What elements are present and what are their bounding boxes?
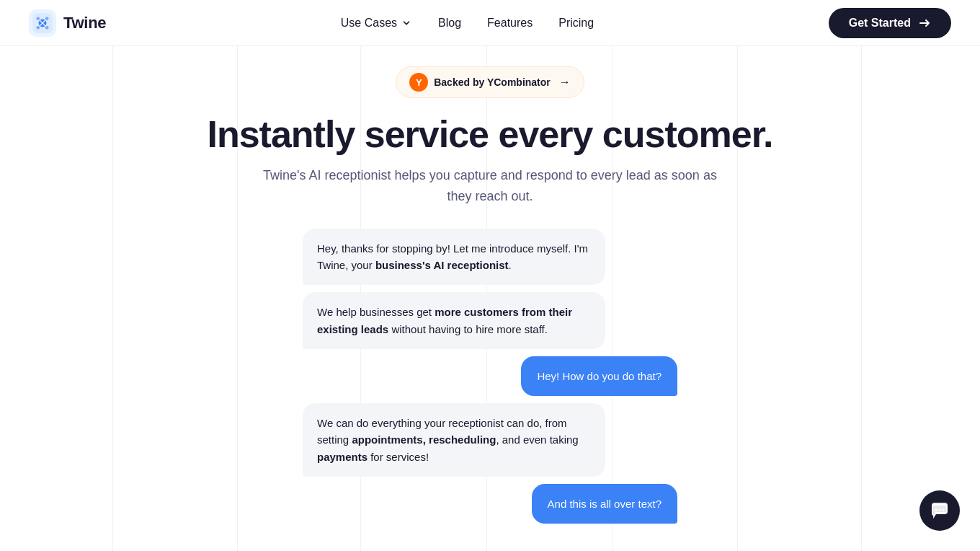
- yc-badge-text: Backed by YCombinator: [434, 76, 551, 88]
- logo-text: Twine: [63, 14, 106, 32]
- yc-badge-arrow-icon: →: [559, 76, 571, 89]
- nav-features[interactable]: Features: [487, 17, 533, 30]
- get-started-button[interactable]: Get Started: [829, 8, 951, 38]
- svg-point-11: [935, 509, 937, 511]
- bold-text-3: appointments, rescheduling: [352, 433, 496, 446]
- nav-links: Use Cases Blog Features Pricing: [341, 17, 594, 30]
- svg-point-5: [45, 25, 49, 29]
- chat-bubble-2: We help businesses get more customers fr…: [303, 292, 605, 349]
- chat-bubble-5: And this is all over text?: [532, 484, 677, 524]
- nav-pricing[interactable]: Pricing: [558, 17, 594, 30]
- bold-text-1: business's AI receptionist: [375, 259, 509, 271]
- bold-text-2: more customers from their existing leads: [317, 306, 572, 335]
- yc-icon: Y: [409, 73, 428, 92]
- bold-text-4: payments: [317, 451, 368, 463]
- chevron-down-icon: [401, 17, 412, 29]
- arrow-right-icon: [918, 17, 931, 30]
- svg-point-12: [939, 509, 941, 511]
- chat-bubble-1: Hey, thanks for stopping by! Let me intr…: [303, 229, 605, 286]
- yc-badge[interactable]: Y Backed by YCombinator →: [396, 66, 584, 98]
- header: Twine Use Cases Blog Features Pricing Ge…: [0, 0, 980, 46]
- chat-bubble-3: Hey! How do you do that?: [521, 356, 677, 396]
- svg-point-4: [36, 25, 40, 29]
- hero-subtext: Twine's AI receptionist helps you captur…: [259, 165, 721, 207]
- nav-blog[interactable]: Blog: [438, 17, 461, 30]
- chat-area: Hey, thanks for stopping by! Let me intr…: [303, 229, 677, 524]
- main-content: Y Backed by YCombinator → Instantly serv…: [0, 46, 980, 551]
- chat-bubble-4: We can do everything your receptionist c…: [303, 403, 605, 477]
- svg-point-2: [36, 17, 40, 20]
- logo-link[interactable]: Twine: [29, 9, 106, 37]
- hero-heading: Instantly service every customer.: [207, 114, 772, 155]
- svg-point-3: [45, 17, 49, 20]
- svg-point-13: [943, 509, 945, 511]
- chat-widget-button[interactable]: [919, 490, 960, 531]
- logo-icon: [29, 9, 56, 37]
- nav-use-cases[interactable]: Use Cases: [341, 17, 412, 30]
